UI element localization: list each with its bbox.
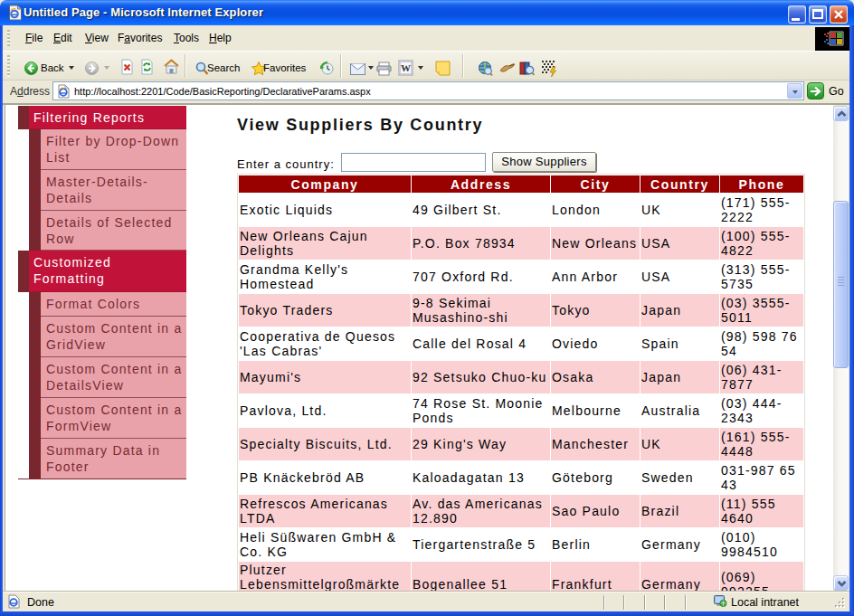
svg-text:W: W [401, 62, 411, 73]
